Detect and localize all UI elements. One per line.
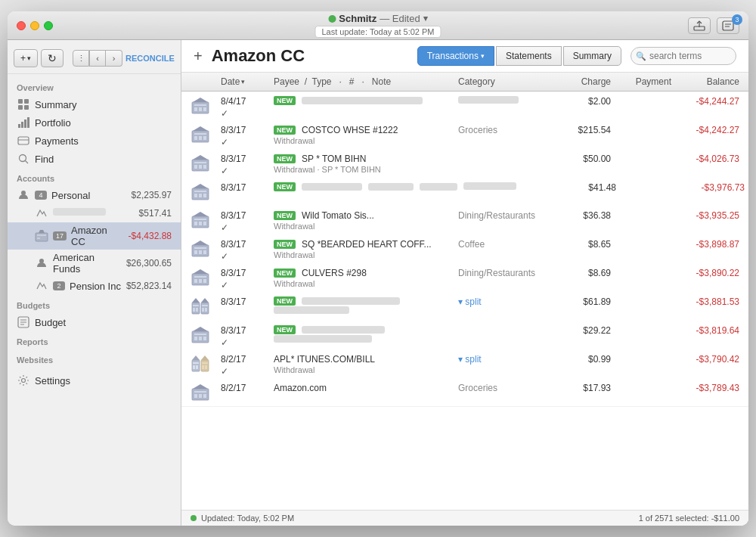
svg-rect-55 (194, 222, 197, 225)
title-dropdown-arrow[interactable]: ▾ (423, 14, 428, 23)
row5-check: ✓ (221, 222, 268, 233)
tab-summary-label: Summary (573, 51, 612, 61)
settings-label: Settings (35, 375, 172, 386)
svg-rect-30 (194, 104, 206, 106)
table-row[interactable]: 8/3/17 ✓ NEW Wild Tomato Sis... Withdraw… (181, 206, 748, 234)
row9-payment (614, 324, 674, 327)
personal-icon (17, 188, 30, 202)
row9-date-val: 8/3/17 (221, 325, 268, 336)
sidebar-item-settings[interactable]: Settings (8, 371, 181, 390)
export-button[interactable] (688, 17, 711, 34)
row6-date: 8/3/17 ✓ (218, 237, 271, 263)
table-row[interactable]: 8/3/17 ✓ NEW COSTCO WHSE #1222 Withdrawa… (181, 120, 748, 149)
row8-sub-blurred (274, 306, 349, 314)
svg-rect-33 (203, 107, 206, 111)
svg-rect-84 (199, 337, 202, 340)
sync-badge: 3 (732, 14, 742, 25)
add-transaction-button[interactable]: + (194, 48, 203, 65)
row6-date-val: 8/3/17 (221, 239, 268, 250)
row9-sub (274, 335, 452, 344)
svg-rect-9 (18, 124, 20, 128)
statusbar: Updated: Today, 5:02 PM 1 of 2571 select… (181, 510, 748, 526)
sidebar-item-budget[interactable]: Budget (8, 313, 181, 331)
row11-date-val: 8/2/17 (221, 383, 268, 393)
content-area: + Amazon CC Transactions ▾ Statements Su… (181, 40, 748, 526)
sidebar-item-amazon-cc[interactable]: 17 Amazon CC -$4,432.88 (8, 222, 181, 250)
table-row[interactable]: 8/3/17 ✓ NEW $29.22 (181, 321, 748, 349)
sidebar-item-payments[interactable]: Payments (8, 132, 181, 150)
row1-payment (614, 95, 674, 98)
table-row[interactable]: 8/2/17 ✓ APL* ITUNES.COM/BILL Withdrawal… (181, 349, 748, 378)
row8-split-link[interactable]: ▾ split (458, 296, 482, 307)
svg-point-27 (22, 379, 26, 383)
settings-icon (17, 374, 30, 387)
col-header-date[interactable]: Date ▾ (218, 73, 271, 91)
pension-inc-label: Pension Inc (70, 281, 122, 292)
tab-statements[interactable]: Statements (496, 46, 562, 66)
reconcile-button[interactable]: RECONCILE (125, 54, 178, 63)
websites-section-label: Websites (8, 349, 181, 368)
row3-charge: $50.00 (553, 152, 614, 166)
portfolio-icon (17, 116, 30, 129)
tab-transactions[interactable]: Transactions ▾ (417, 46, 494, 66)
table-row[interactable]: 8/3/17 ✓ NEW SP * TOM BIHN Withdrawal · … (181, 149, 748, 178)
refresh-button[interactable]: ↻ (41, 49, 64, 67)
sidebar-item-personal[interactable]: 4 Personal $2,235.97 (8, 186, 181, 204)
sidebar-item-pension-inc[interactable]: 2 Pension Inc $52,823.14 (8, 277, 181, 295)
sidebar-item-account2[interactable]: $517.41 (8, 204, 181, 222)
sync-button[interactable]: 3 (717, 17, 739, 34)
table-row[interactable]: 8/3/17 ✓ NEW ▾ split (181, 292, 748, 321)
col-header-icon (187, 73, 218, 91)
sidebar-item-american-funds[interactable]: American Funds $26,300.65 (8, 250, 181, 277)
close-button[interactable] (17, 21, 26, 30)
sidebar-item-summary[interactable]: Summary (8, 95, 181, 113)
sidebar-item-find[interactable]: Find (8, 150, 181, 168)
svg-rect-8 (24, 105, 29, 110)
row7-check: ✓ (221, 280, 268, 290)
row8-payment (614, 295, 674, 298)
row4-date-val: 8/3/17 (221, 182, 268, 193)
search-input[interactable] (631, 47, 736, 65)
col-payment-label: Payment (636, 76, 671, 87)
row1-payee-blurred (302, 97, 423, 104)
forward-button[interactable]: › (106, 50, 122, 67)
table-row[interactable]: 8/3/17 ✓ NEW SQ *BEARDED HEART COFF... W… (181, 234, 748, 263)
row4-category (460, 181, 559, 194)
row5-icon (187, 209, 218, 234)
table-row[interactable]: 8/3/17 NEW $41.48 (181, 178, 748, 206)
row6-payee: NEW SQ *BEARDED HEART COFF... Withdrawal (271, 237, 455, 261)
minimize-button[interactable] (30, 21, 39, 30)
col-category-label: Category (458, 76, 495, 87)
table-row[interactable]: 8/2/17 Amazon.com Groceries $17.93 -$3,7… (181, 378, 748, 407)
row11-icon (187, 381, 218, 406)
row3-date: 8/3/17 ✓ (218, 152, 271, 178)
row2-category: Groceries (455, 123, 553, 137)
row8-category: ▾ split (455, 295, 553, 309)
titlebar: Schmitz — Edited ▾ Last update: Today at… (8, 11, 748, 40)
row10-split-link[interactable]: ▾ split (458, 354, 482, 365)
row5-date: 8/3/17 ✓ (218, 209, 271, 234)
row7-sub: Withdrawal (274, 279, 452, 288)
fullscreen-button[interactable] (44, 21, 53, 30)
col-header-payee: Payee / Type · # · Note (271, 73, 455, 91)
svg-rect-77 (202, 305, 208, 306)
add-label: + (20, 53, 26, 64)
row8-new-badge: NEW (274, 296, 296, 306)
sidebar-item-portfolio[interactable]: Portfolio (8, 113, 181, 132)
col-header-balance: Balance (674, 73, 742, 91)
col-header-charge: Charge (553, 73, 614, 91)
add-button[interactable]: + ▾ (14, 49, 38, 67)
main-content: + ▾ ↻ ⋮ ‹ › RECONCILE Overview Summary (8, 40, 748, 526)
back-button[interactable]: ‹ (89, 50, 106, 67)
svg-rect-31 (194, 107, 197, 111)
svg-rect-18 (36, 233, 48, 241)
table-row[interactable]: 8/4/17 ✓ NEW $2.00 -$4,244.27 (181, 92, 748, 120)
table-header: Date ▾ Payee / Type · # · Note Category … (181, 73, 748, 92)
tab-summary[interactable]: Summary (563, 46, 621, 66)
row4-payee: NEW (271, 181, 460, 193)
row2-charge: $215.54 (553, 123, 614, 137)
accounts-section-label: Accounts (8, 168, 181, 186)
svg-rect-82 (194, 334, 206, 335)
table-row[interactable]: 8/3/17 ✓ NEW CULVERS #298 Withdrawal Din… (181, 263, 748, 292)
row2-payee: NEW COSTCO WHSE #1222 Withdrawal (271, 123, 455, 147)
